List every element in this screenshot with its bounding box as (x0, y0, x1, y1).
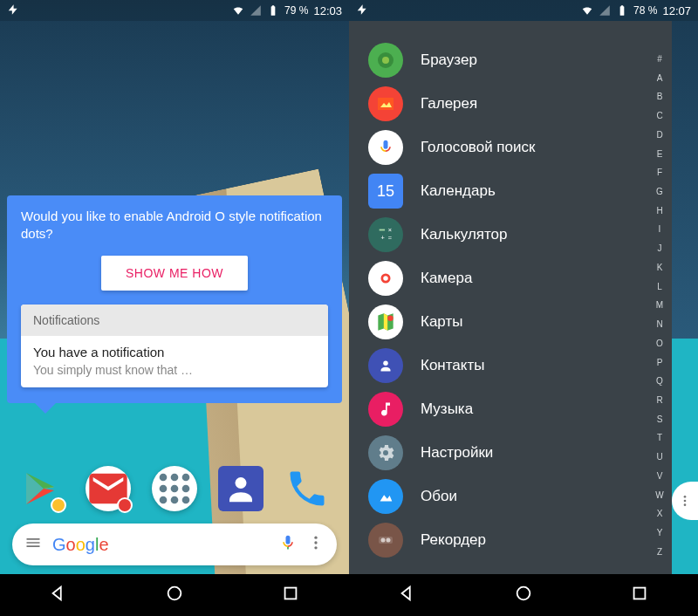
index-letter[interactable]: P (653, 358, 667, 367)
back-button[interactable] (398, 584, 417, 606)
clock: 12:07 (662, 4, 691, 17)
notification-title: You have a notification (33, 345, 316, 359)
battery-percent: 78 % (633, 4, 657, 17)
app-row-wallpaper[interactable]: Обои (368, 475, 672, 518)
svg-point-27 (387, 315, 393, 321)
maps-icon (368, 305, 403, 339)
app-label: Календарь (421, 182, 496, 200)
app-row-voice[interactable]: Голосовой поиск (368, 126, 672, 169)
svg-point-28 (383, 361, 388, 366)
index-letter[interactable]: G (653, 187, 667, 196)
svg-point-5 (182, 485, 190, 493)
notification-dots-dialog: Would you like to enable Android O style… (7, 195, 342, 403)
app-row-browser[interactable]: Браузер (368, 38, 672, 82)
index-letter[interactable]: X (653, 509, 667, 518)
index-letter[interactable]: L (653, 282, 667, 291)
google-search-bar[interactable]: Google (12, 524, 337, 565)
app-row-phone[interactable]: Телефон (368, 562, 672, 574)
contacts-icon[interactable] (218, 466, 263, 511)
index-letter[interactable]: C (653, 111, 667, 120)
gallery-icon (368, 86, 403, 121)
recents-button[interactable] (281, 584, 300, 606)
home-button[interactable] (514, 584, 533, 606)
index-letter[interactable]: S (653, 414, 667, 424)
clock: 12:03 (313, 4, 342, 17)
app-row-calculator[interactable]: ×+=Калькулятор (368, 213, 672, 257)
index-letter[interactable]: R (653, 395, 667, 405)
phone-left-homescreen: 79 % 12:03 Would you like to enable Andr… (0, 0, 349, 616)
index-letter[interactable]: T (653, 433, 667, 442)
wallpaper-icon (368, 479, 403, 514)
svg-point-31 (381, 538, 386, 543)
index-letter[interactable]: J (653, 243, 667, 253)
app-row-contacts[interactable]: Контакты (368, 344, 672, 387)
app-row-camera[interactable]: Камера (368, 257, 672, 300)
app-row-music[interactable]: Музыка (368, 387, 672, 431)
index-letter[interactable]: K (653, 263, 667, 272)
svg-point-9 (236, 477, 247, 489)
phone-right-app-drawer: 78 % 12:07 БраузерГалереяГолосовой поиск… (349, 0, 698, 616)
index-letter[interactable]: A (653, 73, 667, 83)
index-letter[interactable]: Z (653, 547, 667, 557)
svg-point-24 (383, 276, 388, 281)
svg-marker-29 (380, 495, 393, 501)
app-label: Камера (421, 270, 472, 287)
home-button[interactable] (165, 584, 184, 606)
index-letter[interactable]: I (653, 224, 667, 234)
index-letter[interactable]: # (653, 54, 667, 64)
signal-icon (250, 4, 262, 17)
app-row-recorder[interactable]: Рекордер (368, 518, 672, 562)
show-me-how-button[interactable]: SHOW ME HOW (101, 256, 248, 291)
app-row-settings[interactable]: Настройки (368, 431, 672, 475)
app-row-gallery[interactable]: Галерея (368, 82, 672, 126)
app-row-maps[interactable]: Карты (368, 300, 672, 344)
svg-point-36 (517, 587, 530, 600)
index-letter[interactable]: Y (653, 528, 667, 537)
hamburger-icon[interactable] (24, 534, 42, 555)
notification-preview-card[interactable]: Notifications You have a notification Yo… (21, 305, 328, 387)
index-letter[interactable]: B (653, 92, 667, 101)
svg-text:=: = (388, 234, 392, 242)
index-letter[interactable]: F (653, 168, 667, 177)
index-letter[interactable]: N (653, 319, 667, 329)
index-letter[interactable]: V (653, 471, 667, 481)
app-row-calendar[interactable]: 15Календарь (368, 169, 672, 213)
index-letter[interactable]: M (653, 300, 667, 310)
calendar-icon: 15 (368, 174, 403, 209)
alphabet-scrollbar[interactable]: #ABCDEFGHIJKLMNOPQRSTUVWXYZ (653, 54, 667, 557)
index-letter[interactable]: Q (653, 376, 667, 386)
svg-point-0 (160, 474, 168, 482)
gmail-badge-icon (117, 497, 133, 513)
svg-point-12 (314, 546, 317, 549)
voice-icon (368, 130, 403, 165)
phone-icon (368, 566, 403, 574)
app-label: Контакты (421, 357, 484, 374)
recents-button[interactable] (630, 584, 649, 606)
back-button[interactable] (49, 584, 68, 606)
voice-search-icon[interactable] (279, 534, 297, 555)
battery-percent: 79 % (284, 4, 308, 17)
app-label: Карты (421, 313, 462, 331)
app-label: Галерея (421, 95, 477, 113)
svg-rect-17 (378, 98, 393, 110)
app-drawer-button[interactable] (152, 466, 197, 511)
browser-icon (368, 43, 403, 78)
index-letter[interactable]: H (653, 206, 667, 216)
app-label: Настройки (421, 444, 493, 462)
dialog-text: Would you like to enable Android O style… (21, 208, 328, 243)
app-drawer[interactable]: БраузерГалереяГолосовой поиск15Календарь… (349, 21, 672, 574)
gmail-icon[interactable] (86, 466, 131, 511)
play-store-icon[interactable] (19, 466, 65, 511)
index-letter[interactable]: E (653, 149, 667, 159)
settings-icon (368, 435, 403, 470)
index-letter[interactable]: D (653, 130, 667, 140)
index-letter[interactable]: U (653, 452, 667, 462)
index-letter[interactable]: W (653, 490, 667, 500)
dock (0, 466, 349, 511)
index-letter[interactable]: O (653, 339, 667, 348)
phone-icon[interactable] (284, 466, 330, 511)
music-icon (368, 392, 403, 427)
app-label: Калькулятор (421, 226, 508, 243)
more-icon[interactable] (307, 534, 325, 555)
google-logo: Google (52, 535, 269, 555)
